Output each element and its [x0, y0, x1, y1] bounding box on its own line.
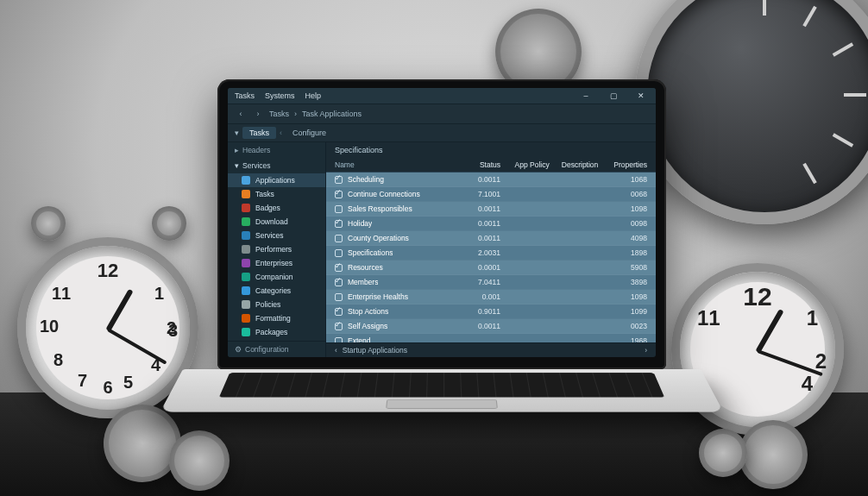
sidebar-item-label: Enterprises	[255, 259, 292, 267]
table-row[interactable]: Scheduling0.00111068	[326, 173, 656, 187]
table-row[interactable]: Extend1968	[326, 334, 656, 342]
row-value: 0.0011	[462, 175, 500, 184]
col-description[interactable]: Description	[553, 160, 599, 169]
sidebar-item-icon	[242, 328, 250, 336]
statusbar-label: Startup Applications	[343, 346, 407, 355]
row-checkbox[interactable]	[335, 293, 343, 301]
gear-icon: ⚙	[235, 345, 242, 354]
col-app-policy[interactable]: App Policy	[504, 160, 550, 169]
sidebar-item-services[interactable]: Services	[228, 229, 325, 242]
row-checkbox[interactable]	[335, 220, 343, 228]
sidebar-item-packages[interactable]: Packages	[228, 325, 325, 339]
row-value: 1968	[601, 336, 647, 342]
row-checkbox[interactable]	[335, 279, 343, 286]
window-close-button[interactable]: ✕	[633, 91, 649, 101]
sidebar-header: ▸ Headers	[228, 142, 325, 158]
row-checkbox[interactable]	[335, 176, 343, 184]
row-checkbox[interactable]	[335, 249, 343, 257]
sidebar-item-policies[interactable]: Policies	[228, 298, 325, 311]
toolbar: ‹ › Tasks › Task Applications	[228, 104, 656, 124]
tab-tasks[interactable]: Tasks	[242, 127, 276, 139]
table-row[interactable]: Continue Connections7.10010068	[326, 187, 656, 202]
table-row[interactable]: Resources0.00015908	[326, 261, 656, 275]
row-checkbox[interactable]	[335, 235, 343, 242]
sidebar-item-label: Performers	[255, 245, 292, 254]
breadcrumb-sep: ›	[294, 110, 297, 118]
nav-back-button[interactable]: ‹	[235, 108, 247, 120]
sidebar-item-performers[interactable]: Performers	[228, 242, 325, 256]
row-checkbox[interactable]	[335, 264, 343, 272]
nav-forward-button[interactable]: ›	[252, 108, 264, 120]
sidebar-item-companion[interactable]: Companion	[228, 270, 325, 284]
sidebar-item-icon	[242, 300, 250, 309]
row-value: 3898	[601, 278, 647, 286]
row-checkbox[interactable]	[335, 308, 343, 316]
sidebar-item-tasks[interactable]: Tasks	[228, 187, 325, 201]
tab-configure[interactable]: Configure	[286, 127, 333, 139]
sidebar-item-download[interactable]: Download	[228, 215, 325, 229]
sidebar-item-icon	[242, 176, 250, 185]
row-value: 0.0001	[462, 263, 500, 272]
sidebar-item-label: Formatting	[255, 314, 291, 323]
row-value: 0.0011	[462, 234, 500, 242]
sidebar-item-categories[interactable]: Categories	[228, 284, 325, 298]
menu-systems[interactable]: Systems	[265, 91, 295, 100]
row-name: Extend	[348, 336, 370, 342]
col-status[interactable]: Status	[462, 160, 500, 169]
col-properties[interactable]: Properties	[601, 160, 647, 169]
laptop-screen-bezel: Tasks Systems Help – ▢ ✕ ‹ › Tasks › Tas…	[217, 79, 666, 369]
row-value: 0068	[601, 190, 647, 198]
window-minimize-button[interactable]: –	[578, 91, 594, 101]
table-row[interactable]: Self Assigns0.00110023	[326, 319, 656, 334]
col-name[interactable]: Name	[335, 160, 458, 169]
row-checkbox[interactable]	[335, 337, 343, 343]
row-value: 5908	[601, 263, 647, 272]
breadcrumb-leaf[interactable]: Task Applications	[302, 110, 362, 118]
table-row[interactable]: Sales Responsibles0.00111098	[326, 202, 656, 217]
row-checkbox[interactable]	[335, 191, 343, 198]
sidebar-item-icon	[242, 190, 250, 198]
statusbar-chevron-right-icon[interactable]: ›	[645, 346, 647, 355]
table-row[interactable]: Specifications2.00311898	[326, 246, 656, 261]
sidebar-item-applications[interactable]: Applications	[228, 173, 325, 187]
sidebar-item-label: Packages	[255, 328, 287, 336]
sidebar-item-badges[interactable]: Badges	[228, 201, 325, 215]
row-value: 7.1001	[462, 190, 500, 198]
sidebar-item-enterprises[interactable]: Enterprises	[228, 256, 325, 270]
row-value: 0.001	[462, 292, 500, 301]
app-window: Tasks Systems Help – ▢ ✕ ‹ › Tasks › Tas…	[228, 88, 656, 357]
sidebar-item-formatting[interactable]: Formatting	[228, 311, 325, 325]
row-name: Members	[348, 278, 378, 286]
table-row[interactable]: Enterprise Healths0.0011098	[326, 290, 656, 305]
sidebar-item-icon	[242, 231, 250, 240]
sidebar-item-icon	[242, 217, 250, 226]
subtab-chevron-icon: ▾	[235, 129, 239, 137]
sidebar-footer-label: Configuration	[245, 345, 289, 354]
sidebar-item-label: Tasks	[255, 190, 274, 198]
keyboard-keys	[219, 373, 664, 397]
statusbar-chevron-left-icon[interactable]: ‹	[335, 346, 337, 355]
table-row[interactable]: Members7.04113898	[326, 275, 656, 290]
row-value: 1098	[601, 204, 647, 213]
sidebar-item-label: Download	[255, 217, 288, 226]
sidebar-footer[interactable]: ⚙ Configuration	[228, 341, 325, 357]
table-row[interactable]: County Operations0.00114098	[326, 231, 656, 246]
row-value: 7.0411	[462, 278, 500, 286]
sidebar-header-label: Headers	[242, 146, 270, 154]
row-name: Continue Connections	[348, 190, 420, 198]
row-name: Scheduling	[348, 175, 384, 184]
row-value: 1898	[601, 248, 647, 257]
row-checkbox[interactable]	[335, 323, 343, 330]
wall-clock-dark	[635, 0, 868, 224]
menu-help[interactable]: Help	[305, 91, 322, 100]
alarm-bell-left	[31, 206, 66, 241]
sidebar-section[interactable]: ▾ Services	[228, 158, 325, 173]
table-row[interactable]: Holiday0.00110098	[326, 217, 656, 231]
breadcrumb-root[interactable]: Tasks	[269, 110, 289, 118]
sidebar-item-label: Applications	[255, 176, 295, 185]
window-maximize-button[interactable]: ▢	[606, 91, 621, 101]
row-checkbox[interactable]	[335, 205, 343, 213]
sidebar-item-label: Services	[255, 231, 284, 240]
menu-tasks[interactable]: Tasks	[235, 91, 255, 100]
table-row[interactable]: Stop Actions0.90111099	[326, 305, 656, 319]
